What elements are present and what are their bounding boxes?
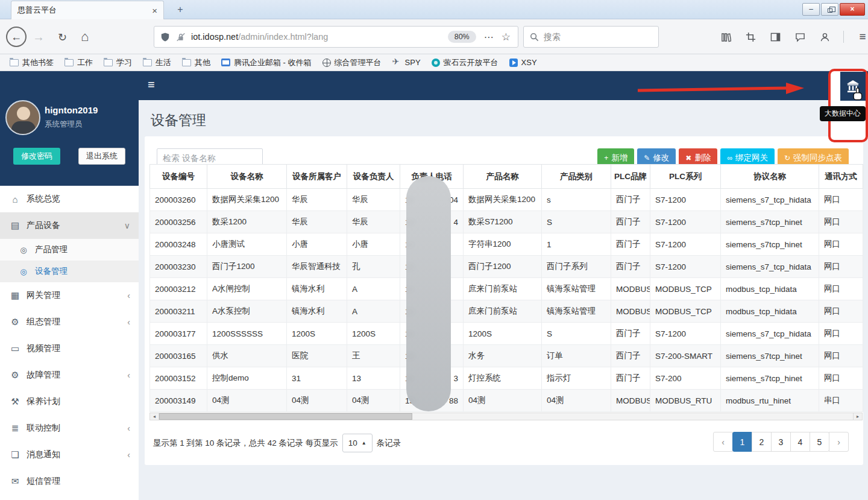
home-button[interactable]: ⌂ xyxy=(81,29,89,45)
pagination-summary: 显示第 1 到第 10 条记录，总共 42 条记录 每页显示 10 ▲ 条记录 xyxy=(153,433,401,453)
zoom-indicator[interactable]: 80% xyxy=(448,31,476,43)
cell-category: 西门子系列 xyxy=(542,256,611,278)
horizontal-scrollbar[interactable]: ◂ ▸ xyxy=(149,413,863,420)
sidebar-item-maintenance-plan[interactable]: ⚒ 保养计划 xyxy=(0,388,139,415)
bookmark-xsy[interactable]: XSY xyxy=(505,56,542,69)
scroll-right-icon[interactable]: ▸ xyxy=(853,413,863,420)
table-row[interactable]: 200003256 数采1200 华辰 华辰 184 数采S71200 S 西门… xyxy=(150,211,863,233)
cell-device-name: 1200SSSSSS xyxy=(207,323,287,345)
sidebar-item-product-device[interactable]: ▤ 产品设备 ∨ xyxy=(0,212,139,239)
page-button-1[interactable]: 1 xyxy=(732,432,752,452)
next-page-button[interactable]: › xyxy=(829,432,849,452)
shield-icon[interactable] xyxy=(160,32,170,42)
table-body: 200003260 数据网关采集1200 华辰 华辰 1804 数据网关采集12… xyxy=(150,189,863,412)
bookmark-life[interactable]: 生活 xyxy=(138,55,176,70)
table-row[interactable]: 200003177 1200SSSSSS 1200S 1200S 15 1200… xyxy=(150,323,863,345)
table-row[interactable]: 200003211 A水泵控制 镇海水利 A 13 庶来门前泵站 镇海泵站管理 … xyxy=(150,300,863,323)
bookmark-star-icon[interactable]: ☆ xyxy=(502,31,511,43)
page-size-select[interactable]: 10 ▲ xyxy=(342,434,373,452)
table-row[interactable]: 200003260 数据网关采集1200 华辰 华辰 1804 数据网关采集12… xyxy=(150,189,863,211)
cell-owner: 04测 xyxy=(347,390,400,412)
cell-customer: 1200S xyxy=(287,323,347,345)
column-header-2[interactable]: 设备所属客户 xyxy=(287,165,347,189)
reload-button[interactable]: ↻ xyxy=(58,31,67,44)
library-icon[interactable] xyxy=(720,31,732,43)
page-button-3[interactable]: 3 xyxy=(771,432,791,452)
sidebar-item-video-mgmt[interactable]: ▭ 视频管理 xyxy=(0,335,139,362)
page-button-4[interactable]: 4 xyxy=(790,432,810,452)
back-button[interactable]: ← xyxy=(6,27,27,47)
prev-page-button[interactable]: ‹ xyxy=(713,432,733,452)
sidebar-item-sms-mgmt[interactable]: ✉ 短信管理 xyxy=(0,468,139,495)
close-button[interactable]: × xyxy=(840,3,865,16)
sidebar-item-device-mgmt[interactable]: ◎ 设备管理 xyxy=(0,261,139,282)
bookmark-others[interactable]: 其他书签 xyxy=(5,55,58,70)
column-header-6[interactable]: 产品类别 xyxy=(542,165,611,189)
bookmark-spy[interactable]: SPY xyxy=(388,56,426,69)
restore-button[interactable] xyxy=(821,3,838,16)
bookmarks-bar-items: 其他书签 工作 学习 生活 其他 腾讯企业邮箱 - 收件箱 综合管理平台 SPY… xyxy=(5,55,542,70)
table-row[interactable]: 200003152 控制demo 31 13 153 灯控系统 指示灯 西门子 … xyxy=(150,367,863,390)
browser-search-input[interactable] xyxy=(544,32,640,42)
table-row[interactable]: 200003248 小唐测试 小唐 小唐 13 字符串1200 1 西门子 S7… xyxy=(150,233,863,256)
sidebar-item-linkage-control[interactable]: ≣ 联动控制 ‹ xyxy=(0,415,139,441)
cell-protocol: modbus_tcp_hidata xyxy=(721,300,819,323)
sidebar-item-config-mgmt[interactable]: ⚙ 组态管理 ‹ xyxy=(0,309,139,335)
tab-close-icon[interactable]: × xyxy=(152,6,157,15)
annotation-red-arrow xyxy=(637,81,808,97)
column-header-0[interactable]: 设备编号 xyxy=(150,165,207,189)
account-icon[interactable] xyxy=(819,31,831,43)
column-header-3[interactable]: 设备负责人 xyxy=(347,165,400,189)
page-actions-icon[interactable]: ⋯ xyxy=(484,31,494,43)
column-header-1[interactable]: 设备名称 xyxy=(207,165,287,189)
column-header-8[interactable]: PLC系列 xyxy=(650,165,721,189)
table-row[interactable]: 200003165 供水 医院 王 18 水务 订单 西门子 S7-200-SM… xyxy=(150,345,863,367)
scroll-left-icon[interactable]: ◂ xyxy=(149,413,159,420)
forward-button[interactable]: → xyxy=(33,30,45,44)
chevron-left-icon: ‹ xyxy=(127,317,130,327)
column-header-5[interactable]: 产品名称 xyxy=(464,165,542,189)
sidebar-collapse-icon[interactable]: ≡ xyxy=(148,78,155,92)
scrollbar-track[interactable] xyxy=(159,413,853,420)
insecure-lock-icon[interactable] xyxy=(176,32,186,42)
cell-product: 庶来门前泵站 xyxy=(464,300,542,323)
sidebar-item-overview[interactable]: ⌂ 系统总览 xyxy=(0,186,139,212)
browser-navbar: ← → ↻ ⌂ iot.idosp.net/admin/index.html?l… xyxy=(0,19,868,54)
table-row[interactable]: 200003212 A水闸控制 镇海水利 A 13 庶来门前泵站 镇海泵站管理 … xyxy=(150,278,863,300)
cell-device-id: 200003230 xyxy=(150,256,207,278)
column-header-9[interactable]: 协议名称 xyxy=(721,165,819,189)
sidebar-item-fault-mgmt[interactable]: ⚙ 故障管理 ‹ xyxy=(0,362,139,388)
sidebar-menu: ⌂ 系统总览 ▤ 产品设备 ∨ ◎ 产品管理 ◎ 设备管理 ▦ 网关管理 ‹ ⚙… xyxy=(0,186,139,495)
url-bar[interactable]: iot.idosp.net/admin/index.html?lang 80% … xyxy=(154,26,518,48)
page-button-2[interactable]: 2 xyxy=(752,432,772,452)
screenshot-crop-icon[interactable] xyxy=(744,31,756,43)
bookmark-qq-mail[interactable]: 腾讯企业邮箱 - 收件箱 xyxy=(216,55,316,70)
sidebar-item-gateway-mgmt[interactable]: ▦ 网关管理 ‹ xyxy=(0,282,139,309)
column-header-7[interactable]: PLC品牌 xyxy=(611,165,650,189)
column-header-10[interactable]: 通讯方式 xyxy=(819,165,863,189)
bookmark-misc[interactable]: 其他 xyxy=(177,55,215,70)
bookmark-study[interactable]: 学习 xyxy=(99,55,137,70)
url-text: iot.idosp.net/admin/index.html?lang xyxy=(191,32,328,42)
sidebar-item-message-notify[interactable]: ❏ 消息通知 ‹ xyxy=(0,441,139,468)
sidebar-item-product-mgmt[interactable]: ◎ 产品管理 xyxy=(0,239,139,261)
cell-plc-series: S7-200-SMART xyxy=(650,345,721,367)
table-row[interactable]: 200003230 西门子1200 华辰智通科技 孔 15 西门子1200 西门… xyxy=(150,256,863,278)
change-password-button[interactable]: 修改密码 xyxy=(13,148,60,165)
bookmark-mgmt[interactable]: 综合管理平台 xyxy=(318,55,386,70)
bookmark-ezviz[interactable]: 萤石云开放平台 xyxy=(427,55,503,70)
scrollbar-thumb[interactable] xyxy=(159,413,412,420)
page-button-5[interactable]: 5 xyxy=(810,432,829,452)
bookmark-work[interactable]: 工作 xyxy=(60,55,98,70)
table-row[interactable]: 200003149 04测 04测 04测 1588 04测 04测 MODBU… xyxy=(150,390,863,412)
menu-hamburger-icon[interactable]: ≡ xyxy=(857,31,868,43)
cell-device-name: 数据网关采集1200 xyxy=(207,189,287,211)
browser-tab[interactable]: 思普云平台 × xyxy=(11,1,164,19)
cell-protocol: siemens_s7tcp_hinet xyxy=(721,211,819,233)
new-tab-button[interactable]: + xyxy=(172,3,188,17)
logout-button[interactable]: 退出系统 xyxy=(78,148,125,165)
search-bar[interactable] xyxy=(523,26,659,48)
minimize-button[interactable]: – xyxy=(802,3,820,16)
message-bubble-icon[interactable] xyxy=(794,31,806,43)
sidebar-toggle-icon[interactable] xyxy=(769,31,781,43)
